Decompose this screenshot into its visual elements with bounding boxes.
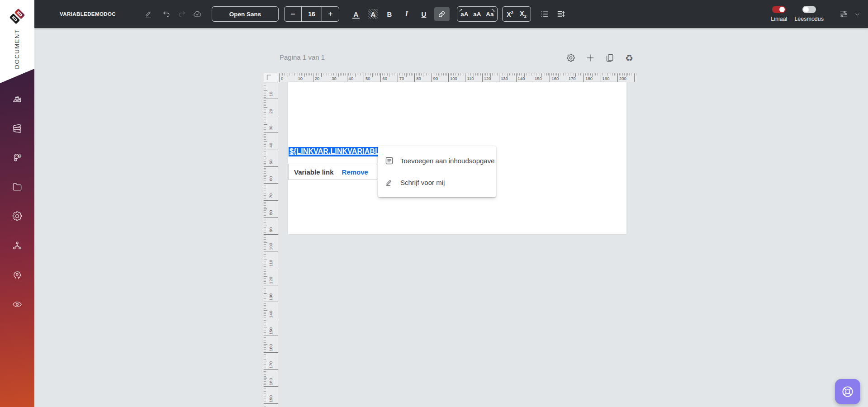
page-actions: ♻: [564, 52, 636, 64]
ruler-tick-label: 130: [501, 76, 508, 81]
remove-link-button[interactable]: Remove: [342, 168, 368, 176]
share-nodes-icon: [11, 240, 23, 251]
recycle-page-button[interactable]: ♻: [623, 52, 636, 64]
underline-button[interactable]: U: [417, 7, 431, 21]
sidebar-nav: O H H: [0, 93, 34, 310]
ruler-tick-label: 120: [268, 275, 274, 285]
ruler-tick-label: 180: [268, 377, 274, 387]
ruler-tick-label: 130: [268, 292, 274, 302]
toolbar-right: Liniaal Leesmodus: [764, 6, 863, 22]
highlight-color-button[interactable]: A: [366, 7, 380, 21]
svg-text:H: H: [19, 155, 20, 157]
undo-icon: [162, 9, 171, 19]
sidebar-item-branding[interactable]: [11, 93, 23, 104]
menu-item-write-for-me[interactable]: Schrijf voor mij: [378, 171, 496, 193]
selected-link-variable[interactable]: ${LINKVAR.LINKVARIABLE}: [289, 147, 389, 156]
ruler-tick-label: 170: [569, 76, 576, 81]
readmode-toggle-group: Leesmodus: [794, 6, 824, 22]
ruler-tick-label: 20: [315, 76, 320, 81]
add-page-button[interactable]: [584, 52, 597, 64]
ruler-tick-label: 80: [268, 208, 274, 218]
ruler-tick-label: 80: [416, 76, 421, 81]
editor-canvas: Pagina 1 van 1 ♻: [34, 28, 868, 407]
ruler-tick-label: 90: [433, 76, 438, 81]
lowercase-button[interactable]: Aa: [484, 7, 496, 21]
hand-with-brushes-icon: [11, 93, 23, 104]
italic-button[interactable]: I: [400, 7, 413, 21]
text-color-button[interactable]: A: [349, 7, 363, 21]
ruler-toggle-label: Liniaal: [771, 16, 787, 22]
context-menu: Toevoegen aan inhoudsopgave Schrijf voor…: [378, 146, 496, 197]
gear-icon: [11, 210, 23, 222]
sidebar-item-preview[interactable]: [11, 298, 23, 310]
sidebar-item-connections[interactable]: [11, 240, 23, 251]
bullet-list-button[interactable]: [538, 8, 551, 20]
page-settings-button[interactable]: [564, 52, 577, 64]
bold-button[interactable]: B: [383, 7, 396, 21]
ruler-tick-label: 70: [268, 191, 274, 201]
font-size-increase-button[interactable]: +: [322, 7, 339, 21]
more-options-button[interactable]: [851, 8, 863, 20]
link-icon: [437, 10, 446, 19]
ruler-tick-label: 10: [268, 89, 274, 99]
ruler-tick-label: 20: [268, 106, 274, 116]
rename-document-button[interactable]: [142, 8, 155, 20]
ruler-tick-label: 100: [450, 76, 457, 81]
chevron-down-icon: [854, 11, 861, 18]
horizontal-ruler: 0102030405060708090100110120130140150160…: [264, 73, 637, 82]
superscript-button[interactable]: X2: [503, 7, 517, 21]
toolbar: VARIABLEDEMODOC Open Sans − 16: [34, 0, 868, 28]
ruler-tick-label: 140: [518, 76, 525, 81]
ruler-toggle[interactable]: [772, 6, 786, 13]
tab-stop-l-icon: [266, 75, 271, 80]
font-size-stepper: − 16 +: [284, 6, 339, 22]
gear-icon: [566, 53, 576, 63]
ruler-tick-label: 60: [268, 174, 274, 184]
line-spacing-icon: [556, 9, 565, 19]
sidebar-item-settings[interactable]: [11, 210, 23, 222]
lifebuoy-icon: [841, 385, 854, 398]
readmode-toggle[interactable]: [802, 6, 816, 13]
font-family-select[interactable]: Open Sans: [212, 6, 279, 22]
ruler-tick-label: 110: [268, 258, 274, 268]
h-ruler-labels: 0102030405060708090100110120130140150160…: [278, 73, 637, 82]
subscript-button[interactable]: X2: [517, 7, 530, 21]
undo-button[interactable]: [160, 8, 173, 20]
sidebar-item-insights[interactable]: [11, 269, 23, 281]
arrow-down-icon: [491, 9, 495, 13]
sidebar-section-label: DOCUMENT: [14, 29, 21, 69]
ruler-tick-label: 120: [484, 76, 491, 81]
v-ruler-labels: 1020304050607080901001101201301401501601…: [264, 82, 278, 407]
page-indicator: Pagina 1 van 1: [280, 53, 325, 61]
menu-item-add-to-toc[interactable]: Toevoegen aan inhoudsopgave: [378, 150, 496, 171]
readmode-toggle-label: Leesmodus: [794, 16, 824, 22]
uppercase-button[interactable]: aA: [458, 7, 471, 21]
ruler-tick-label: 40: [349, 76, 354, 81]
toc-icon: [384, 156, 394, 166]
ruler-tick-label: 30: [268, 123, 274, 133]
tab-stop-selector[interactable]: [264, 73, 278, 82]
save-status-button[interactable]: [191, 8, 204, 20]
ruler-tick-label: 200: [619, 76, 626, 81]
line-spacing-button[interactable]: [555, 8, 567, 20]
view-options-button[interactable]: [837, 8, 850, 20]
mixed-case-button[interactable]: aA: [471, 7, 484, 21]
font-size-decrease-button[interactable]: −: [285, 7, 301, 21]
sidebar-item-files[interactable]: [11, 181, 23, 193]
ruler-tick-label: 190: [602, 76, 610, 81]
toggle-knob: [779, 7, 785, 12]
ruler-tick-label: 170: [268, 360, 274, 370]
redo-button[interactable]: [175, 8, 188, 20]
ruler-tick-label: 0: [281, 76, 283, 81]
help-button[interactable]: [835, 379, 860, 404]
sidebar-item-styles[interactable]: [11, 122, 23, 134]
pencil-icon: [144, 9, 153, 19]
ruler-tick-label: 30: [332, 76, 337, 81]
duplicate-page-button[interactable]: [603, 52, 616, 64]
ruler-toggle-group: Liniaal: [771, 6, 787, 22]
ruler-tick-label: 180: [585, 76, 593, 81]
insert-link-button[interactable]: [434, 7, 450, 21]
app-logo-icon: [8, 7, 26, 27]
sidebar-item-variables[interactable]: O H H: [11, 151, 23, 163]
svg-text:H: H: [15, 159, 16, 161]
